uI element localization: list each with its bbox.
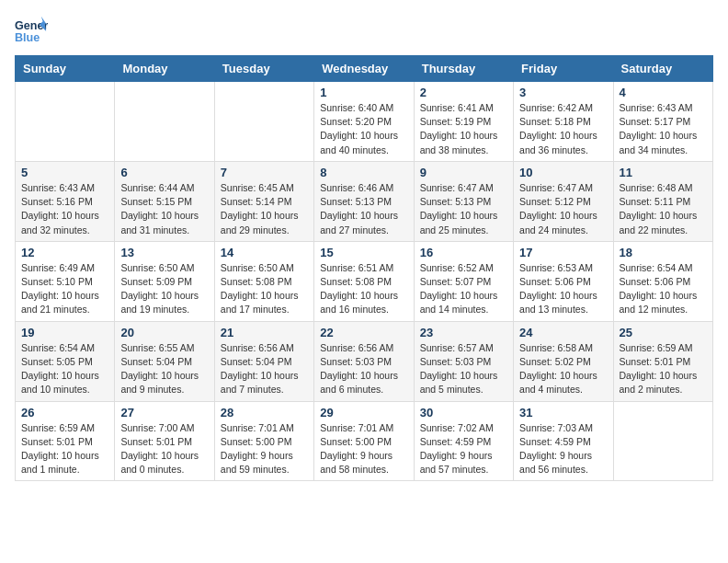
day-number: 21 — [221, 326, 308, 339]
calendar-cell: 25Sunrise: 6:59 AM Sunset: 5:01 PM Dayli… — [613, 321, 712, 401]
calendar-cell: 22Sunrise: 6:56 AM Sunset: 5:03 PM Dayli… — [314, 321, 414, 401]
day-info: Sunrise: 6:46 AM Sunset: 5:13 PM Dayligh… — [320, 181, 407, 237]
calendar-cell: 29Sunrise: 7:01 AM Sunset: 5:00 PM Dayli… — [314, 401, 414, 481]
logo-icon: General Blue — [15, 15, 48, 48]
calendar-week-3: 12Sunrise: 6:49 AM Sunset: 5:10 PM Dayli… — [16, 241, 713, 321]
day-info: Sunrise: 6:41 AM Sunset: 5:19 PM Dayligh… — [420, 101, 507, 157]
day-number: 12 — [21, 246, 108, 259]
day-number: 22 — [320, 326, 407, 339]
day-number: 31 — [519, 406, 607, 419]
day-number: 26 — [21, 406, 108, 419]
col-tuesday: Tuesday — [214, 56, 313, 82]
day-info: Sunrise: 6:44 AM Sunset: 5:15 PM Dayligh… — [120, 181, 208, 237]
calendar-cell: 17Sunrise: 6:53 AM Sunset: 5:06 PM Dayli… — [514, 241, 613, 321]
day-number: 5 — [21, 166, 108, 179]
day-info: Sunrise: 6:40 AM Sunset: 5:20 PM Dayligh… — [320, 101, 407, 157]
calendar-cell — [214, 82, 313, 162]
day-info: Sunrise: 6:51 AM Sunset: 5:08 PM Dayligh… — [320, 261, 407, 317]
day-info: Sunrise: 6:48 AM Sunset: 5:11 PM Dayligh… — [620, 181, 707, 237]
day-number: 8 — [320, 166, 407, 179]
day-number: 23 — [420, 326, 507, 339]
day-info: Sunrise: 7:01 AM Sunset: 5:00 PM Dayligh… — [320, 421, 407, 477]
day-number: 19 — [21, 326, 108, 339]
calendar-cell: 28Sunrise: 7:01 AM Sunset: 5:00 PM Dayli… — [214, 401, 313, 481]
col-friday: Friday — [514, 56, 613, 82]
calendar-week-5: 26Sunrise: 6:59 AM Sunset: 5:01 PM Dayli… — [16, 401, 713, 481]
day-info: Sunrise: 6:59 AM Sunset: 5:01 PM Dayligh… — [620, 341, 707, 397]
day-number: 11 — [620, 166, 707, 179]
day-number: 17 — [519, 246, 607, 259]
day-info: Sunrise: 6:50 AM Sunset: 5:09 PM Dayligh… — [120, 261, 208, 317]
svg-text:Blue: Blue — [15, 31, 40, 44]
calendar-cell: 19Sunrise: 6:54 AM Sunset: 5:05 PM Dayli… — [16, 321, 115, 401]
calendar-cell: 16Sunrise: 6:52 AM Sunset: 5:07 PM Dayli… — [414, 241, 513, 321]
day-info: Sunrise: 6:54 AM Sunset: 5:06 PM Dayligh… — [620, 261, 707, 317]
day-info: Sunrise: 7:02 AM Sunset: 4:59 PM Dayligh… — [420, 421, 507, 477]
calendar-cell — [16, 82, 115, 162]
day-number: 13 — [120, 246, 208, 259]
calendar-cell: 26Sunrise: 6:59 AM Sunset: 5:01 PM Dayli… — [16, 401, 115, 481]
day-info: Sunrise: 6:43 AM Sunset: 5:16 PM Dayligh… — [21, 181, 108, 237]
calendar-cell: 18Sunrise: 6:54 AM Sunset: 5:06 PM Dayli… — [613, 241, 712, 321]
day-number: 14 — [221, 246, 308, 259]
col-saturday: Saturday — [613, 56, 712, 82]
col-wednesday: Wednesday — [314, 56, 414, 82]
day-info: Sunrise: 6:45 AM Sunset: 5:14 PM Dayligh… — [221, 181, 308, 237]
day-number: 25 — [620, 326, 707, 339]
calendar-cell: 10Sunrise: 6:47 AM Sunset: 5:12 PM Dayli… — [514, 161, 613, 241]
day-info: Sunrise: 6:52 AM Sunset: 5:07 PM Dayligh… — [420, 261, 507, 317]
day-number: 16 — [420, 246, 507, 259]
col-thursday: Thursday — [414, 56, 513, 82]
calendar-cell: 13Sunrise: 6:50 AM Sunset: 5:09 PM Dayli… — [115, 241, 214, 321]
calendar-cell: 9Sunrise: 6:47 AM Sunset: 5:13 PM Daylig… — [414, 161, 513, 241]
day-number: 30 — [420, 406, 507, 419]
col-sunday: Sunday — [16, 56, 115, 82]
calendar-week-4: 19Sunrise: 6:54 AM Sunset: 5:05 PM Dayli… — [16, 321, 713, 401]
day-info: Sunrise: 6:47 AM Sunset: 5:12 PM Dayligh… — [519, 181, 607, 237]
calendar-cell — [613, 401, 712, 481]
day-info: Sunrise: 6:58 AM Sunset: 5:02 PM Dayligh… — [519, 341, 607, 397]
calendar-cell: 5Sunrise: 6:43 AM Sunset: 5:16 PM Daylig… — [16, 161, 115, 241]
day-number: 6 — [120, 166, 208, 179]
day-info: Sunrise: 6:55 AM Sunset: 5:04 PM Dayligh… — [120, 341, 208, 397]
calendar-cell: 24Sunrise: 6:58 AM Sunset: 5:02 PM Dayli… — [514, 321, 613, 401]
day-number: 29 — [320, 406, 407, 419]
calendar-cell: 12Sunrise: 6:49 AM Sunset: 5:10 PM Dayli… — [16, 241, 115, 321]
calendar-cell: 8Sunrise: 6:46 AM Sunset: 5:13 PM Daylig… — [314, 161, 414, 241]
day-number: 10 — [519, 166, 607, 179]
calendar-week-2: 5Sunrise: 6:43 AM Sunset: 5:16 PM Daylig… — [16, 161, 713, 241]
day-info: Sunrise: 7:03 AM Sunset: 4:59 PM Dayligh… — [519, 421, 607, 477]
calendar-cell: 23Sunrise: 6:57 AM Sunset: 5:03 PM Dayli… — [414, 321, 513, 401]
day-info: Sunrise: 6:54 AM Sunset: 5:05 PM Dayligh… — [21, 341, 108, 397]
calendar-cell: 11Sunrise: 6:48 AM Sunset: 5:11 PM Dayli… — [613, 161, 712, 241]
day-number: 27 — [120, 406, 208, 419]
page-header: General Blue — [15, 15, 713, 48]
calendar-cell: 27Sunrise: 7:00 AM Sunset: 5:01 PM Dayli… — [115, 401, 214, 481]
day-info: Sunrise: 7:01 AM Sunset: 5:00 PM Dayligh… — [221, 421, 308, 477]
day-info: Sunrise: 6:56 AM Sunset: 5:04 PM Dayligh… — [221, 341, 308, 397]
day-number: 4 — [620, 86, 707, 99]
col-monday: Monday — [115, 56, 214, 82]
calendar-week-1: 1Sunrise: 6:40 AM Sunset: 5:20 PM Daylig… — [16, 82, 713, 162]
calendar-cell: 4Sunrise: 6:43 AM Sunset: 5:17 PM Daylig… — [613, 82, 712, 162]
day-number: 9 — [420, 166, 507, 179]
day-number: 28 — [221, 406, 308, 419]
calendar-cell: 2Sunrise: 6:41 AM Sunset: 5:19 PM Daylig… — [414, 82, 513, 162]
day-info: Sunrise: 6:56 AM Sunset: 5:03 PM Dayligh… — [320, 341, 407, 397]
day-info: Sunrise: 7:00 AM Sunset: 5:01 PM Dayligh… — [120, 421, 208, 477]
day-info: Sunrise: 6:57 AM Sunset: 5:03 PM Dayligh… — [420, 341, 507, 397]
calendar-cell: 31Sunrise: 7:03 AM Sunset: 4:59 PM Dayli… — [514, 401, 613, 481]
calendar-cell: 1Sunrise: 6:40 AM Sunset: 5:20 PM Daylig… — [314, 82, 414, 162]
day-number: 18 — [620, 246, 707, 259]
calendar-cell: 14Sunrise: 6:50 AM Sunset: 5:08 PM Dayli… — [214, 241, 313, 321]
day-info: Sunrise: 6:53 AM Sunset: 5:06 PM Dayligh… — [519, 261, 607, 317]
day-number: 2 — [420, 86, 507, 99]
day-number: 3 — [519, 86, 607, 99]
calendar-cell: 20Sunrise: 6:55 AM Sunset: 5:04 PM Dayli… — [115, 321, 214, 401]
day-info: Sunrise: 6:49 AM Sunset: 5:10 PM Dayligh… — [21, 261, 108, 317]
day-number: 20 — [120, 326, 208, 339]
calendar-cell: 15Sunrise: 6:51 AM Sunset: 5:08 PM Dayli… — [314, 241, 414, 321]
day-info: Sunrise: 6:50 AM Sunset: 5:08 PM Dayligh… — [221, 261, 308, 317]
day-number: 24 — [519, 326, 607, 339]
day-info: Sunrise: 6:47 AM Sunset: 5:13 PM Dayligh… — [420, 181, 507, 237]
